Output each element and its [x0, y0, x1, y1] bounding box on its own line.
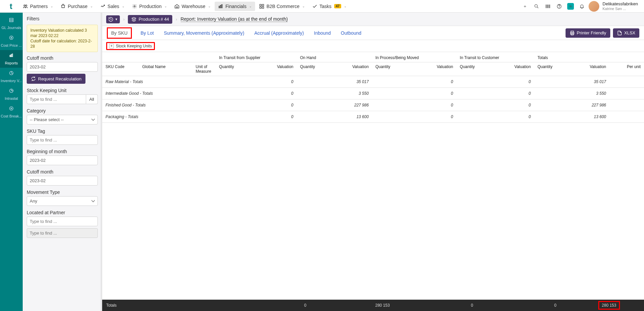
table-row: Intermediate Good - Totals03 550003 550: [102, 88, 644, 99]
footer-v2: 280 153: [348, 303, 390, 308]
leftrail-cost-price-[interactable]: Cost Price ...: [0, 32, 23, 50]
table-row: Finished Good - Totals0227 98600227 986: [102, 99, 644, 111]
footer-label: Totals: [106, 303, 146, 308]
svg-rect-6: [222, 4, 222, 8]
avatar: [589, 1, 599, 12]
svg-point-0: [24, 5, 25, 6]
tab-by-lot[interactable]: By Lot: [139, 27, 155, 39]
topnav-financials[interactable]: Financials⌄: [215, 2, 255, 11]
leftrail-intrastat[interactable]: Intrastat: [0, 85, 23, 103]
bell-icon[interactable]: [579, 3, 585, 10]
barcode-icon[interactable]: [545, 3, 551, 10]
chevron-down-icon: ⌄: [249, 4, 252, 8]
svg-point-20: [559, 7, 559, 8]
company-name: Delikatessfabriken: [603, 2, 638, 6]
chevron-down-icon: ⌄: [302, 4, 305, 8]
chevron-down-icon: ⌄: [50, 4, 53, 8]
svg-rect-28: [11, 54, 12, 57]
svg-rect-4: [219, 6, 220, 8]
all-button[interactable]: All: [86, 94, 98, 104]
app-logo[interactable]: t: [3, 0, 19, 13]
located-input[interactable]: [27, 217, 98, 226]
col-quantity: Quantity: [216, 62, 255, 76]
page-title: Report: Inventory Valuation (as at the e…: [181, 16, 288, 22]
group-in-process: In Process/Being Moved: [372, 52, 456, 62]
crumb-production[interactable]: Production # 44: [128, 15, 172, 24]
bom-input[interactable]: [27, 156, 98, 165]
col-valuation: Valuation: [255, 62, 296, 76]
svg-rect-10: [262, 7, 264, 8]
xlsx-button[interactable]: XLSX: [613, 28, 639, 38]
group-totals: Totals: [534, 52, 610, 62]
leftrail-gl-journals[interactable]: GL Journals: [0, 15, 23, 32]
svg-rect-23: [10, 18, 13, 22]
col-sku-code: SKU Code: [102, 62, 139, 76]
group-transit-customer: In Transit to Customer: [456, 52, 534, 62]
chat-icon[interactable]: [567, 3, 574, 10]
topnav-sales[interactable]: Sales⌄: [97, 2, 128, 11]
tab-outbound[interactable]: Outbound: [340, 27, 363, 39]
footer-v1: 0: [265, 303, 306, 308]
tab-summary-movements-approximately-[interactable]: Summary, Movements (Approximately): [163, 27, 246, 39]
chevron-down-icon: ⌄: [164, 4, 167, 8]
expand-icon[interactable]: +: [109, 44, 114, 48]
extra-input[interactable]: [27, 228, 98, 238]
svg-rect-7: [260, 4, 261, 6]
tab-inbound[interactable]: Inbound: [312, 27, 332, 39]
crumb-chevron-icon: ›: [176, 17, 177, 22]
chevron-down-icon: ⌄: [90, 4, 93, 8]
help-icon[interactable]: [556, 3, 563, 10]
group-transit-supplier: In Transit from Supplier: [216, 52, 297, 62]
cutoff2-input[interactable]: [27, 176, 98, 186]
skutag-input[interactable]: [27, 135, 98, 145]
recalc-button[interactable]: Request Recalculation: [27, 74, 85, 84]
topnav-warehouse[interactable]: Warehouse⌄: [171, 2, 214, 11]
recalc-label: Request Recalculation: [38, 76, 81, 81]
topnav-tasks[interactable]: Tasks47⌄: [309, 2, 350, 11]
info-line1: Inventory Valuation calculated 3 mar 202…: [30, 28, 87, 38]
sku-chip[interactable]: + Stock Keeping Units: [106, 42, 155, 50]
located-label: Located at Partner: [27, 210, 98, 215]
printer-friendly-button[interactable]: Printer Friendly: [566, 28, 610, 38]
movtype-select[interactable]: Any: [27, 196, 98, 206]
topnav-b2b-commerce[interactable]: B2B Commerce⌄: [256, 2, 308, 11]
filters-title: Filters: [27, 16, 98, 21]
skutag-label: SKU Tag: [27, 128, 98, 134]
chip-label: Stock Keeping Units: [116, 44, 152, 48]
svg-line-34: [111, 19, 112, 20]
chevron-down-icon: ⌄: [208, 4, 211, 8]
crumb-chevron-icon: ›: [123, 17, 125, 22]
category-select[interactable]: -- Please select --: [27, 115, 98, 124]
tab-by-sku[interactable]: By SKU: [107, 27, 132, 39]
svg-rect-29: [12, 54, 13, 57]
sku-label: Stock Keeping Unit: [27, 88, 98, 93]
printer-label: Printer Friendly: [577, 30, 606, 35]
sku-input[interactable]: [27, 94, 86, 104]
user-menu[interactable]: Delikatessfabriken Katrine Søn ...: [589, 1, 641, 12]
col-uom: Unit of Measure: [192, 62, 216, 76]
search-icon[interactable]: [533, 3, 540, 10]
topnav-production[interactable]: Production⌄: [129, 2, 170, 11]
col-global-name: Global Name: [139, 62, 192, 76]
leftrail-reports[interactable]: Reports: [0, 50, 23, 68]
leftrail-cost-break-[interactable]: Cost Break...: [0, 103, 23, 121]
col-valuation: Valuation: [494, 62, 534, 76]
svg-point-1: [26, 5, 27, 6]
topnav-partners[interactable]: Partners⌄: [19, 2, 56, 11]
cutoff-label: Cutoff month: [27, 55, 98, 61]
chevron-down-icon: ⌄: [122, 4, 125, 8]
leftrail-inventory-v-[interactable]: Inventory V...: [0, 68, 23, 85]
add-icon[interactable]: ＋: [522, 3, 528, 10]
history-button[interactable]: ▼: [106, 15, 120, 23]
chevron-down-icon: ⌄: [344, 4, 347, 8]
tab-accrual-approximately-[interactable]: Accrual (Approximately): [253, 27, 305, 39]
col-quantity: Quantity: [456, 62, 494, 76]
svg-line-12: [537, 7, 538, 8]
movtype-label: Movement Type: [27, 190, 98, 195]
user-name: Katrine Søn ...: [603, 6, 638, 11]
topnav-purchase[interactable]: Purchase⌄: [57, 2, 96, 11]
footer-total: 280 153: [598, 301, 620, 310]
svg-rect-5: [220, 5, 221, 8]
cutoff-input[interactable]: [27, 62, 98, 72]
footer-v4: 0: [515, 303, 557, 308]
